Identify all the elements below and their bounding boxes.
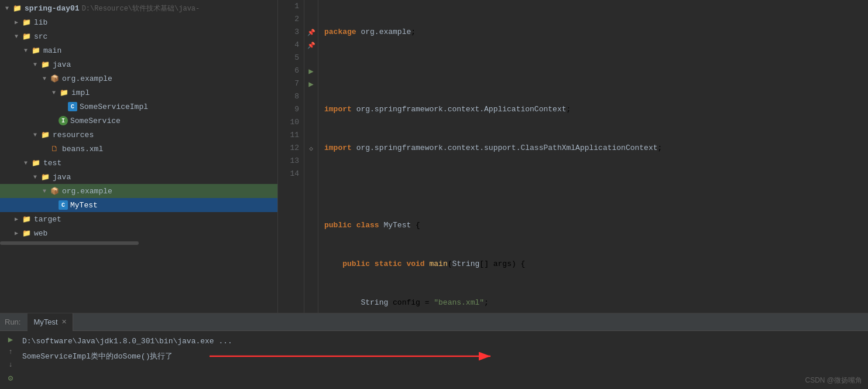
sidebar-label-main: main [43, 46, 61, 55]
line-numbers: 1 2 3 4 5 6 7 8 9 10 11 12 13 14 [278, 0, 304, 313]
sidebar-label-beans-xml: beans.xml [62, 145, 103, 153]
sidebar-label-impl: impl [71, 88, 90, 97]
sidebar-label-src: src [34, 32, 47, 41]
sidebar-item-someserviceimpl[interactable]: C SomeServiceImpl [0, 100, 277, 114]
tree-arrow-impl [49, 90, 59, 96]
folder-icon: 📁 [12, 3, 22, 13]
run-play-button[interactable]: ▶ [5, 333, 16, 345]
tree-arrow-spring-day01 [2, 5, 12, 12]
folder-icon-resources: 📁 [40, 129, 50, 140]
code-area: 1 2 3 4 5 6 7 8 9 10 11 12 13 14 📌 📌 [278, 0, 868, 313]
folder-icon-java-main: 📁 [40, 59, 50, 70]
watermark: CSDN @微扬嘴角 [805, 376, 862, 385]
panel-controls-area: ▶ ↑ ↓ ⚙ D:\software\Java\jdk1.8.0_301\bi… [5, 333, 863, 384]
code-content: package org.example; import org.springfr… [318, 0, 868, 313]
folder-icon-lib: 📁 [21, 17, 32, 28]
bottom-panel: Run: MyTest ✕ ▶ ↑ ↓ ⚙ D:\software\Java\j… [0, 313, 868, 389]
tree-arrow-resources [30, 132, 40, 138]
sidebar-item-main[interactable]: 📁 main [0, 43, 277, 57]
sidebar-label-java-main: java [53, 60, 71, 69]
tree-arrow-main [21, 47, 30, 54]
tree-arrow-target [12, 216, 21, 223]
run-debug-line7[interactable]: ▶ [304, 77, 318, 90]
folder-icon-java-test: 📁 [40, 172, 50, 182]
code-line-1: package org.example; [324, 26, 868, 39]
java-class-icon-mytest: C [59, 200, 68, 210]
scroll-down-button[interactable]: ↓ [5, 359, 16, 371]
sidebar-label-someserviceimpl: SomeServiceImpl [80, 103, 148, 111]
sidebar-label-org-example-test: org.example [62, 187, 112, 196]
sidebar-item-resources[interactable]: 📁 resources [0, 128, 277, 142]
gutter-icons: 📌 📌 ▶ ▶ ◇ [304, 0, 318, 313]
code-line-5 [324, 180, 868, 193]
package-icon-test: 📦 [49, 186, 60, 196]
folder-icon-test: 📁 [30, 158, 41, 168]
folder-icon-web: 📁 [21, 228, 32, 238]
sidebar-item-spring-day01[interactable]: 📁 spring-day01 D:\Resource\软件技术基础\java- [0, 1, 277, 15]
panel-content: ▶ ↑ ↓ ⚙ D:\software\Java\jdk1.8.0_301\bi… [0, 331, 868, 389]
folder-icon-src: 📁 [21, 31, 32, 42]
panel-tabs: Run: MyTest ✕ [0, 313, 868, 331]
tree-arrow-lib [12, 19, 21, 26]
code-line-6: public class MyTest { [324, 219, 868, 232]
sidebar: 📁 spring-day01 D:\Resource\软件技术基础\java- … [0, 0, 278, 313]
tree-arrow-org-example-main [40, 76, 49, 82]
sidebar-label-mytest: MyTest [70, 201, 98, 210]
scroll-up-button[interactable]: ↑ [5, 346, 16, 358]
sidebar-item-org-example-main[interactable]: 📦 org.example [0, 71, 277, 86]
sidebar-item-target[interactable]: 📁 target [0, 212, 277, 226]
sidebar-item-org-example-test[interactable]: 📦 org.example [0, 184, 277, 198]
tree-arrow-test [21, 160, 30, 166]
sidebar-item-beans-xml[interactable]: 🗋 beans.xml [0, 142, 277, 156]
sidebar-item-path: D:\Resource\软件技术基础\java- [82, 4, 200, 13]
sidebar-item-lib[interactable]: 📁 lib [0, 15, 277, 29]
sidebar-label-resources: resources [53, 131, 94, 139]
run-label: Run: [5, 318, 20, 326]
code-line-4: import org.springframework.context.suppo… [324, 142, 868, 155]
panel-output-area: D:\software\Java\jdk1.8.0_301\bin\java.e… [22, 333, 863, 364]
sidebar-item-test[interactable]: 📁 test [0, 156, 277, 170]
output-line: SomeServiceImpl类中的doSome()执行了 [22, 349, 863, 364]
tab-close-icon[interactable]: ✕ [61, 318, 67, 326]
sidebar-item-someservice[interactable]: I SomeService [0, 114, 277, 128]
sidebar-label-web: web [34, 229, 47, 238]
sidebar-label-java-test: java [53, 173, 71, 182]
code-line-8: String config = "beans.xml"; [324, 296, 868, 309]
tree-arrow-org-example-test [40, 188, 49, 194]
run-tab-mytest[interactable]: MyTest ✕ [28, 313, 73, 331]
tree-arrow-src [12, 33, 21, 40]
run-icon-line6[interactable]: ▶ [304, 64, 318, 77]
red-arrow-icon [210, 350, 502, 362]
sidebar-label-test: test [43, 159, 61, 168]
code-line-2 [324, 64, 868, 77]
tree-arrow-java-test [30, 174, 40, 180]
sidebar-item-impl[interactable]: 📁 impl [0, 86, 277, 100]
panel-control-buttons: ▶ ↑ ↓ ⚙ [5, 333, 19, 384]
sidebar-item-web[interactable]: 📁 web [0, 226, 277, 240]
sidebar-item-java-main[interactable]: 📁 java [0, 57, 277, 71]
main-area: 📁 spring-day01 D:\Resource\软件技术基础\java- … [0, 0, 868, 313]
sidebar-item-src[interactable]: 📁 src [0, 29, 277, 43]
tree-arrow-web [12, 230, 21, 237]
code-line-3: import org.springframework.context.Appli… [324, 103, 868, 116]
java-class-icon-someserviceimpl: C [68, 102, 77, 111]
folder-icon-target: 📁 [21, 214, 32, 224]
folder-icon-impl: 📁 [59, 87, 69, 98]
output-text: SomeServiceImpl类中的doSome()执行了 [22, 351, 173, 361]
sidebar-label-someservice: SomeService [70, 117, 121, 125]
editor-panel: 1 2 3 4 5 6 7 8 9 10 11 12 13 14 📌 📌 [278, 0, 868, 313]
settings-button[interactable]: ⚙ [5, 372, 16, 384]
sidebar-item-java-test[interactable]: 📁 java [0, 170, 277, 184]
sidebar-label-lib: lib [34, 18, 47, 27]
interface-icon-someservice: I [59, 116, 68, 125]
sidebar-label-org-example-main: org.example [62, 74, 112, 83]
sidebar-label-target: target [34, 215, 61, 224]
cmd-line: D:\software\Java\jdk1.8.0_301\bin\java.e… [22, 333, 863, 349]
sidebar-scrollbar[interactable] [0, 241, 139, 245]
run-tab-label: MyTest [33, 318, 57, 326]
tree-arrow-java-main [30, 62, 40, 68]
sidebar-item-mytest[interactable]: C MyTest [0, 198, 277, 212]
xml-icon-beans: 🗋 [49, 144, 60, 154]
package-icon-main: 📦 [49, 73, 60, 84]
cmd-output-text: D:\software\Java\jdk1.8.0_301\bin\java.e… [22, 337, 232, 346]
